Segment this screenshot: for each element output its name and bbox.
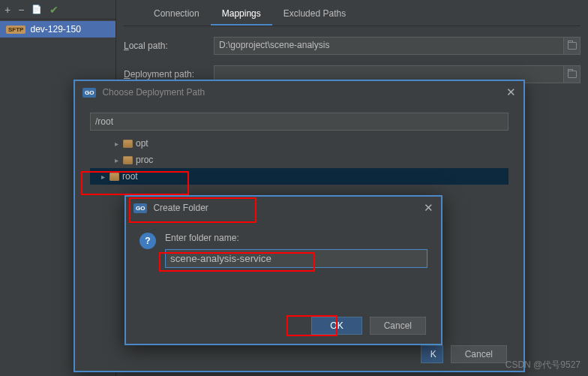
- dialog-titlebar: GO Create Folder ✕: [126, 197, 441, 219]
- chevron-right-icon: ▸: [112, 140, 120, 148]
- sftp-badge-icon: SFTP: [6, 26, 26, 34]
- tree-item-proc[interactable]: ▸ proc: [90, 152, 508, 168]
- tab-excluded-paths[interactable]: Excluded Paths: [272, 3, 357, 26]
- tree-item-opt[interactable]: ▸ opt: [90, 135, 508, 152]
- close-icon[interactable]: ✕: [424, 201, 434, 215]
- dialog-title: Create Folder: [153, 203, 424, 213]
- tab-mappings[interactable]: Mappings: [211, 3, 272, 26]
- local-path-label: Local path:: [124, 41, 214, 51]
- chevron-right-icon: ▸: [99, 173, 106, 181]
- folder-name-prompt: Enter folder name:: [165, 233, 428, 243]
- tabs: Connection Mappings Excluded Paths: [124, 0, 580, 26]
- server-item[interactable]: SFTP dev-129-150: [0, 21, 116, 38]
- outer-dialog-footer: K Cancel: [421, 345, 507, 363]
- dialog-body: ? Enter folder name:: [126, 219, 441, 277]
- folder-icon: [110, 173, 119, 181]
- folder-icon: [568, 71, 577, 78]
- browse-local-button[interactable]: [564, 37, 580, 55]
- local-path-value[interactable]: D:\goproject\scene-analysis: [214, 37, 564, 55]
- tab-connection[interactable]: Connection: [142, 3, 211, 26]
- dialog-title: Choose Deployment Path: [102, 87, 506, 98]
- tree-item-label: opt: [136, 138, 148, 149]
- ok-button[interactable]: OK: [311, 317, 362, 335]
- go-badge-icon: GO: [82, 88, 96, 98]
- go-badge-icon: GO: [134, 203, 147, 213]
- copy-button[interactable]: 📄: [32, 5, 42, 14]
- tree-item-label: root: [122, 171, 138, 182]
- check-button[interactable]: ✔: [50, 4, 58, 16]
- close-icon[interactable]: ✕: [506, 86, 516, 99]
- tree-item-label: proc: [136, 155, 153, 165]
- folder-name-input[interactable]: [165, 249, 428, 268]
- inner-dialog-footer: OK Cancel: [311, 317, 426, 335]
- question-icon: ?: [140, 233, 156, 249]
- add-button[interactable]: +: [4, 4, 10, 16]
- cancel-button[interactable]: Cancel: [370, 317, 426, 335]
- folder-tree[interactable]: ▸ opt ▸ proc ▸ root: [90, 135, 508, 185]
- ok-button[interactable]: K: [421, 345, 443, 363]
- folder-icon: [123, 140, 133, 148]
- deployment-path-label: Deployment path:: [124, 69, 214, 80]
- create-folder-dialog: GO Create Folder ✕ ? Enter folder name: …: [124, 195, 442, 345]
- sidebar-toolbar: + − 📄 ✔: [0, 0, 116, 20]
- local-path-row: Local path: D:\goproject\scene-analysis: [124, 37, 580, 55]
- remove-button[interactable]: −: [18, 4, 24, 16]
- folder-icon: [123, 156, 133, 164]
- root-path-input[interactable]: /root: [90, 113, 508, 131]
- browse-deployment-button[interactable]: [564, 65, 580, 83]
- cancel-button[interactable]: Cancel: [451, 345, 507, 363]
- server-name: dev-129-150: [30, 24, 80, 35]
- watermark: CSDN @代号9527: [506, 359, 580, 371]
- dialog-titlebar: GO Choose Deployment Path ✕: [75, 81, 524, 104]
- tree-item-root[interactable]: ▸ root: [90, 168, 508, 185]
- dialog-body: /root ▸ opt ▸ proc ▸ root: [75, 104, 524, 194]
- chevron-right-icon: ▸: [112, 156, 120, 164]
- folder-icon: [568, 42, 577, 50]
